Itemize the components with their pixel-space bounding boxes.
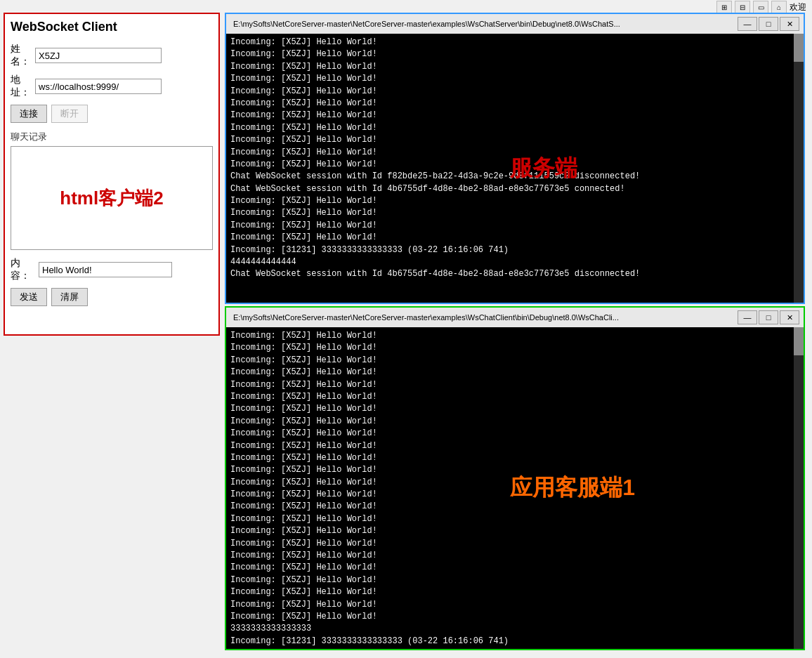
server-terminal-text: Incoming: [X5ZJ] Hello World! Incoming: … [230, 37, 799, 281]
clear-button[interactable]: 清屏 [51, 288, 88, 306]
chat-log-label: 聊天记录 [11, 131, 47, 142]
send-button[interactable]: 发送 [11, 288, 47, 306]
server-terminal: E:\mySofts\NetCoreServer-master\NetCoreS… [225, 13, 805, 304]
name-label: 姓名： [11, 43, 35, 68]
top-toolbar: ⊞ ⊟ ▭ ⌂ 欢迎 [716, 0, 812, 14]
client-maximize-button[interactable]: □ [759, 310, 778, 324]
client-close-button[interactable]: ✕ [780, 310, 799, 324]
name-row: 姓名： [11, 43, 213, 68]
html-client-watermark: html客户端2 [60, 186, 163, 211]
content-label: 内容： [11, 257, 39, 282]
connect-button[interactable]: 连接 [11, 105, 47, 123]
toolbar-icon-1[interactable]: ⊞ [716, 1, 732, 13]
client-terminal-title: E:\mySofts\NetCoreServer-master\NetCoreS… [230, 313, 738, 322]
server-win-controls: — □ ✕ [738, 17, 799, 31]
address-row: 地址： [11, 74, 213, 99]
server-close-button[interactable]: ✕ [780, 17, 799, 31]
address-input[interactable] [35, 79, 162, 94]
websocket-client-panel: WebSocket Client 姓名： 地址： 连接 断开 聊天记录 html… [4, 13, 220, 336]
server-scrollbar[interactable] [794, 34, 804, 303]
panel-title: WebSocket Client [11, 20, 213, 34]
server-terminal-titlebar: E:\mySofts\NetCoreServer-master\NetCoreS… [226, 14, 804, 34]
toolbar-icon-3[interactable]: ▭ [753, 1, 768, 13]
content-row: 内容： [11, 257, 213, 282]
toolbar-icon-2[interactable]: ⊟ [735, 1, 750, 13]
connect-row: 连接 断开 [11, 105, 213, 123]
client-terminal-text: Incoming: [X5ZJ] Hello World! Incoming: … [230, 330, 799, 649]
server-maximize-button[interactable]: □ [759, 17, 778, 31]
server-terminal-title: E:\mySofts\NetCoreServer-master\NetCoreS… [230, 20, 738, 28]
content-input[interactable] [39, 262, 172, 277]
server-terminal-body: Incoming: [X5ZJ] Hello World! Incoming: … [226, 34, 804, 303]
client-minimize-button[interactable]: — [738, 310, 757, 324]
action-row: 发送 清屏 [11, 288, 213, 306]
welcome-text: 欢迎 [790, 1, 806, 13]
client-scrollbar-thumb[interactable] [794, 327, 804, 355]
disconnect-button: 断开 [51, 105, 88, 123]
server-minimize-button[interactable]: — [738, 17, 757, 31]
chat-log-area: html客户端2 [11, 146, 213, 250]
client-terminal-titlebar: E:\mySofts\NetCoreServer-master\NetCoreS… [226, 308, 804, 327]
server-scrollbar-thumb[interactable] [794, 34, 804, 62]
toolbar-icon-4[interactable]: ⌂ [771, 1, 787, 13]
client-terminal: E:\mySofts\NetCoreServer-master\NetCoreS… [225, 306, 805, 650]
name-input[interactable] [35, 48, 162, 63]
client-terminal-body: Incoming: [X5ZJ] Hello World! Incoming: … [226, 327, 804, 649]
client-win-controls: — □ ✕ [738, 310, 799, 324]
address-label: 地址： [11, 74, 35, 99]
client-scrollbar[interactable] [794, 327, 804, 649]
